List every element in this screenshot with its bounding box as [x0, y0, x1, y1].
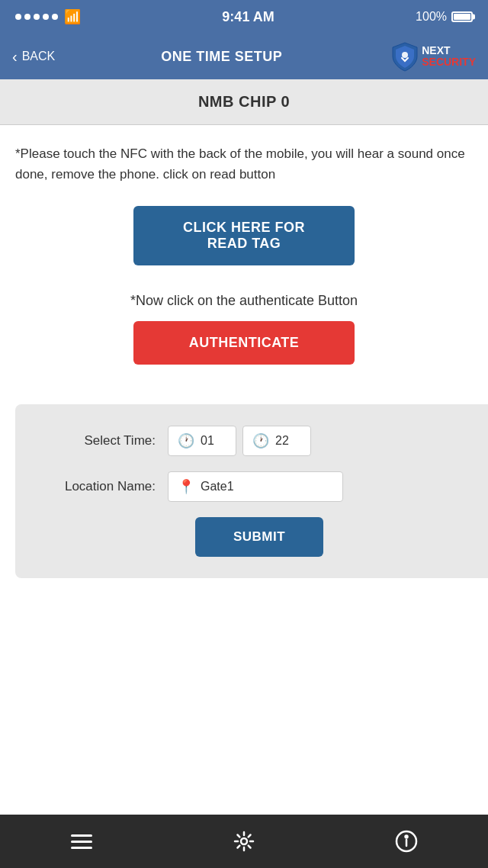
- bottom-nav: [0, 815, 488, 868]
- read-tag-button[interactable]: CLICK HERE FOR READ TAG: [133, 206, 355, 265]
- status-time: 9:41 AM: [222, 9, 274, 25]
- signal-dot-1: [15, 14, 21, 20]
- minute-input-wrapper: 🕐: [242, 426, 311, 456]
- info-icon: [394, 829, 419, 854]
- hour-input[interactable]: [201, 434, 231, 448]
- authenticate-instruction: *Now click on the authenticate Button: [130, 293, 358, 309]
- clock-icon-1: 🕐: [178, 432, 194, 449]
- shield-icon: [388, 40, 422, 73]
- battery-fill: [454, 14, 470, 20]
- minute-input[interactable]: [275, 434, 306, 448]
- submit-row: SUBMIT: [34, 517, 485, 557]
- page-title: ONE TIME SETUP: [161, 49, 282, 65]
- status-left: 📶: [15, 8, 81, 25]
- signal-dot-5: [52, 14, 58, 20]
- logo-next: NEXT: [422, 45, 476, 56]
- chip-title: NMB CHIP 0: [198, 93, 290, 110]
- hamburger-line-3: [71, 847, 92, 849]
- battery-percent: 100%: [416, 10, 447, 24]
- logo-security: SECURITY: [422, 56, 476, 68]
- page-content: NMB CHIP 0 *Please touch the NFC with th…: [0, 79, 488, 815]
- authenticate-button[interactable]: AUTHENTICATE: [133, 321, 355, 365]
- status-right: 100%: [416, 10, 473, 24]
- clock-icon-2: 🕐: [252, 432, 269, 449]
- signal-dots: [15, 14, 58, 20]
- back-button[interactable]: ‹ BACK: [12, 48, 55, 66]
- hamburger-icon: [71, 834, 92, 849]
- form-panel: Select Time: 🕐 🕐 Location Name: 📍 SUBMIT: [15, 404, 488, 578]
- back-chevron-icon: ‹: [12, 48, 18, 66]
- settings-button[interactable]: [225, 822, 263, 860]
- menu-button[interactable]: [63, 822, 101, 860]
- location-row: Location Name: 📍: [34, 471, 485, 502]
- status-bar: 📶 9:41 AM 100%: [0, 0, 488, 34]
- pin-icon: 📍: [178, 478, 194, 495]
- submit-button[interactable]: SUBMIT: [195, 517, 323, 557]
- signal-dot-4: [43, 14, 49, 20]
- svg-point-1: [241, 838, 247, 844]
- battery-icon: [451, 11, 473, 22]
- gear-icon: [232, 829, 256, 854]
- hour-input-wrapper: 🕐: [168, 426, 236, 456]
- hamburger-line-2: [71, 841, 92, 843]
- svg-point-0: [402, 52, 408, 58]
- back-label: BACK: [22, 50, 56, 63]
- nav-header: ‹ BACK ONE TIME SETUP NEXT SECURITY: [0, 34, 488, 79]
- hamburger-line-1: [71, 834, 92, 837]
- signal-dot-3: [34, 14, 40, 20]
- time-inputs: 🕐 🕐: [168, 426, 311, 456]
- location-name-label: Location Name:: [34, 479, 156, 494]
- wifi-icon: 📶: [64, 8, 81, 25]
- chip-header: NMB CHIP 0: [0, 79, 488, 125]
- select-time-label: Select Time:: [34, 433, 156, 448]
- location-input[interactable]: [201, 480, 333, 493]
- logo-text: NEXT SECURITY: [422, 45, 476, 69]
- signal-dot-2: [24, 14, 30, 20]
- select-time-row: Select Time: 🕐 🕐: [34, 426, 485, 456]
- svg-point-4: [406, 836, 408, 838]
- logo: NEXT SECURITY: [388, 40, 476, 73]
- instruction-text: *Please touch the NFC with the back of t…: [15, 143, 473, 185]
- location-input-wrapper: 📍: [168, 471, 343, 502]
- main-content: *Please touch the NFC with the back of t…: [0, 125, 488, 404]
- info-button[interactable]: [387, 822, 425, 860]
